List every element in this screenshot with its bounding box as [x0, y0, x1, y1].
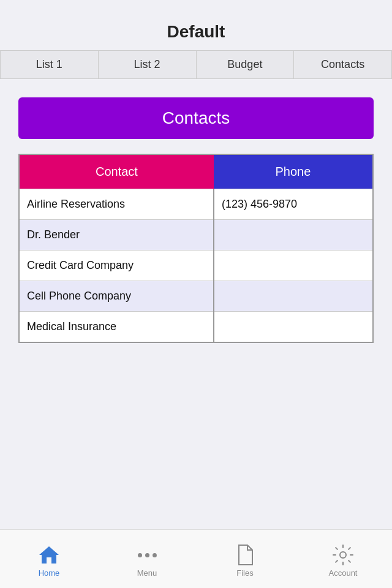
phone-cell	[214, 251, 373, 281]
table-row: Cell Phone Company	[19, 281, 373, 312]
contact-cell: Credit Card Company	[19, 251, 214, 281]
svg-marker-0	[39, 546, 59, 564]
contacts-banner-label: Contacts	[162, 108, 230, 127]
file-icon	[234, 544, 256, 566]
tab-list1[interactable]: List 1	[0, 51, 99, 78]
menu-dots-icon	[136, 544, 158, 566]
tab-budget[interactable]: Budget	[197, 51, 295, 78]
table-row: Credit Card Company	[19, 251, 373, 281]
contacts-table: Contact Phone Airline Reservations(123) …	[18, 154, 374, 343]
top-tab-bar: List 1 List 2 Budget Contacts	[0, 50, 392, 79]
nav-menu-label: Menu	[137, 568, 157, 578]
svg-point-1	[340, 552, 346, 558]
column-header-phone: Phone	[214, 154, 373, 189]
nav-files-label: Files	[236, 568, 253, 578]
page-title: Default	[167, 22, 225, 41]
gear-icon	[332, 544, 354, 566]
nav-account-label: Account	[329, 568, 358, 578]
column-header-contact: Contact	[19, 154, 214, 189]
main-content: Contacts Contact Phone Airline Reservati…	[0, 79, 392, 343]
header: Default	[0, 0, 392, 50]
nav-account[interactable]: Account	[294, 540, 392, 578]
bottom-nav: Home Menu Files Account	[0, 529, 392, 588]
table-row: Airline Reservations(123) 456-9870	[19, 189, 373, 220]
phone-cell	[214, 312, 373, 343]
tab-contacts[interactable]: Contacts	[294, 51, 392, 78]
phone-cell	[214, 281, 373, 312]
home-icon	[38, 544, 60, 566]
nav-home[interactable]: Home	[0, 540, 98, 578]
contact-cell: Cell Phone Company	[19, 281, 214, 312]
table-row: Dr. Bender	[19, 220, 373, 251]
contacts-banner: Contacts	[18, 97, 374, 139]
contact-cell: Medical Insurance	[19, 312, 214, 343]
nav-files[interactable]: Files	[196, 540, 294, 578]
phone-cell: (123) 456-9870	[214, 189, 373, 220]
tab-list2[interactable]: List 2	[99, 51, 197, 78]
contact-cell: Dr. Bender	[19, 220, 214, 251]
nav-home-label: Home	[39, 568, 60, 578]
phone-cell	[214, 220, 373, 251]
contact-cell: Airline Reservations	[19, 189, 214, 220]
table-row: Medical Insurance	[19, 312, 373, 343]
nav-menu[interactable]: Menu	[98, 540, 196, 578]
